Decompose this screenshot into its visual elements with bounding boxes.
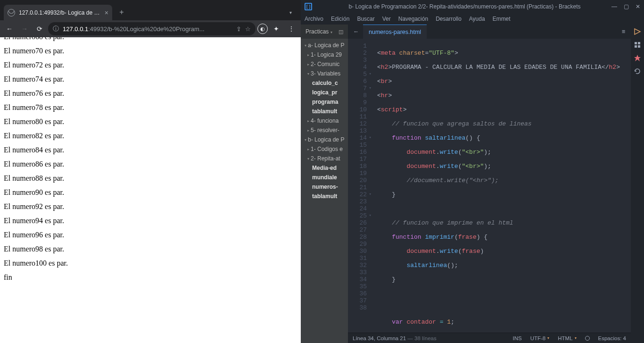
menu-navegacion[interactable]: Navegación (398, 16, 428, 22)
tree-file[interactable]: calculo_c (301, 78, 348, 88)
live-preview-icon[interactable] (633, 27, 642, 36)
svg-rect-0 (635, 42, 637, 44)
output-line: El numero90 es par. (4, 188, 297, 197)
right-toolbar (631, 25, 644, 343)
tree-file[interactable]: logica_pr (301, 88, 348, 97)
sidebar: Practicas ▾ ◫ ▾a- Logica de P ▸1- Logica… (301, 25, 348, 343)
tree-folder[interactable]: ▸1- Logica 29 (301, 50, 348, 59)
output-line: El numero94 es par. (4, 217, 297, 225)
menu-edicion[interactable]: Edición (331, 16, 349, 22)
status-spaces[interactable]: Espacios: 4 (598, 335, 626, 341)
star-icon[interactable]: ☆ (245, 25, 251, 33)
output-line: El numero74 es par. (4, 75, 297, 84)
menu-ayuda[interactable]: Ayuda (469, 16, 485, 22)
output-line: El numero78 es par. (4, 103, 297, 112)
tree-file[interactable]: Media-ed (301, 163, 348, 173)
output-line: El numero82 es par. (4, 132, 297, 140)
browser-toolbar: ← → ⟳ ⓘ 127.0.0.1:49932/b-%20Logica%20de… (0, 20, 301, 37)
file-tree: ▾a- Logica de P ▸1- Logica 29 ▸2- Comuni… (301, 39, 348, 343)
tabs-dropdown-icon[interactable]: ▾ (284, 6, 297, 19)
editor-tabs: ← numeros-pares.html ≡ (348, 25, 631, 39)
browser-tabs: 127.0.0.1:49932/b- Logica de Pro × + ▾ (0, 4, 301, 20)
status-position: Línea 34, Columna 21 — 38 líneas (353, 335, 504, 341)
status-language[interactable]: HTML▾ (558, 335, 576, 341)
forward-button[interactable]: → (18, 22, 31, 35)
status-bar: Línea 34, Columna 21 — 38 líneas INS UTF… (348, 333, 631, 343)
svg-rect-1 (638, 42, 640, 44)
tab-title: 127.0.0.1:49932/b- Logica de Pro (19, 9, 101, 16)
tree-folder[interactable]: ▸1- Codigos e (301, 144, 348, 154)
share-icon[interactable]: ⇪ (236, 25, 241, 33)
browser-tab-active[interactable]: 127.0.0.1:49932/b- Logica de Pro × (4, 5, 112, 20)
menu-emmet[interactable]: Emmet (493, 16, 511, 22)
output-line: El numero76 es par. (4, 89, 297, 98)
tree-file[interactable]: tablamult (301, 107, 348, 116)
editor-area: ← numeros-pares.html ≡ 12345678910111213… (348, 25, 631, 343)
tree-folder[interactable]: ▾b- Logica de P (301, 135, 348, 144)
output-line: El numero92 es par. (4, 202, 297, 211)
status-lint-icon[interactable] (585, 336, 590, 341)
brackets-window: [ ] b- Logica de Programacion 2/2- Repit… (301, 0, 644, 343)
menu-archivo[interactable]: Archivo (305, 16, 323, 22)
output-line: El numero86 es par. (4, 160, 297, 168)
browser-window: 127.0.0.1:49932/b- Logica de Pro × + ▾ ←… (0, 0, 301, 343)
close-tab-icon[interactable]: × (105, 9, 108, 17)
reload-button[interactable]: ⟳ (33, 22, 46, 35)
output-line: El numero84 es par. (4, 146, 297, 154)
close-window-button[interactable]: ✕ (636, 3, 640, 10)
status-encoding[interactable]: UTF-8▾ (530, 335, 550, 341)
svg-rect-3 (638, 45, 640, 48)
tree-folder[interactable]: ▾a- Logica de P (301, 41, 348, 50)
address-bar[interactable]: ⓘ 127.0.0.1:49932/b-%20Logica%20de%20Pro… (48, 22, 256, 35)
output-line: El numero98 es par. (4, 245, 297, 253)
editor-tab-active[interactable]: numeros-pares.html (363, 25, 427, 39)
tree-file[interactable]: mundiale (301, 173, 348, 182)
code-content[interactable]: <meta charset="UTF-8"> <h2>PROGRAMA - CA… (370, 39, 631, 333)
site-info-icon[interactable]: ⓘ (53, 25, 59, 33)
extension-icon[interactable]: ◐ (257, 24, 268, 34)
output-line: El numero88 es par. (4, 174, 297, 183)
tree-file[interactable]: numeros- (301, 182, 348, 192)
menubar: Archivo Edición Buscar Ver Navegación De… (301, 13, 644, 25)
menu-buscar[interactable]: Buscar (357, 16, 374, 22)
extensions-puzzle-icon[interactable]: ✦ (270, 22, 283, 35)
output-line: El numero72 es par. (4, 61, 297, 69)
code-editor[interactable]: 1234567891011121314151617181920212223242… (348, 39, 631, 333)
globe-icon (8, 9, 15, 17)
new-tab-button[interactable]: + (115, 6, 128, 19)
editor-menu-icon[interactable]: ≡ (618, 28, 629, 35)
browser-menu-icon[interactable]: ⋮ (285, 22, 298, 35)
back-button[interactable]: ← (3, 22, 16, 35)
nav-back-icon[interactable]: ← (350, 28, 362, 35)
minimize-button[interactable]: — (611, 3, 617, 10)
output-line: fin (4, 273, 297, 282)
page-content: El numero68 es par. El numero70 es par. … (0, 37, 301, 343)
line-gutter: 1234567891011121314151617181920212223242… (348, 39, 370, 333)
tree-folder[interactable]: ▸4- funciona (301, 116, 348, 125)
refresh-icon[interactable] (633, 67, 642, 75)
output-line: El numero100 es par. (4, 259, 297, 268)
tree-folder[interactable]: ▾3- Variables (301, 69, 348, 78)
tree-folder[interactable]: ▸5- resolver- (301, 125, 348, 135)
output-line: El numero70 es par. (4, 47, 297, 55)
tree-folder[interactable]: ▸2- Comunic (301, 59, 348, 69)
output-line: El numero68 es par. (4, 37, 297, 41)
titlebar: [ ] b- Logica de Programacion 2/2- Repit… (301, 0, 644, 13)
output-line: El numero96 es par. (4, 231, 297, 239)
svg-rect-2 (635, 45, 637, 48)
menu-desarrollo[interactable]: Desarrollo (436, 16, 462, 22)
menu-ver[interactable]: Ver (382, 16, 391, 22)
tree-file[interactable]: tablamult (301, 192, 348, 201)
tree-folder[interactable]: ▾2- Repita-at (301, 154, 348, 163)
status-ins[interactable]: INS (512, 335, 521, 341)
url-text: 127.0.0.1:49932/b-%20Logica%20de%20Progr… (63, 25, 232, 33)
output-line: El numero80 es par. (4, 117, 297, 126)
split-view-icon[interactable]: ◫ (339, 29, 343, 35)
project-selector[interactable]: Practicas ▾ ◫ (301, 25, 348, 39)
maximize-button[interactable]: ▢ (624, 3, 629, 10)
extensions-icon[interactable] (633, 41, 642, 49)
window-title: b- Logica de Programacion 2/2- Repita-at… (318, 3, 611, 10)
brackets-logo-icon: [ ] (305, 3, 312, 10)
tree-file[interactable]: programa (301, 97, 348, 107)
beautify-icon[interactable] (633, 54, 642, 62)
